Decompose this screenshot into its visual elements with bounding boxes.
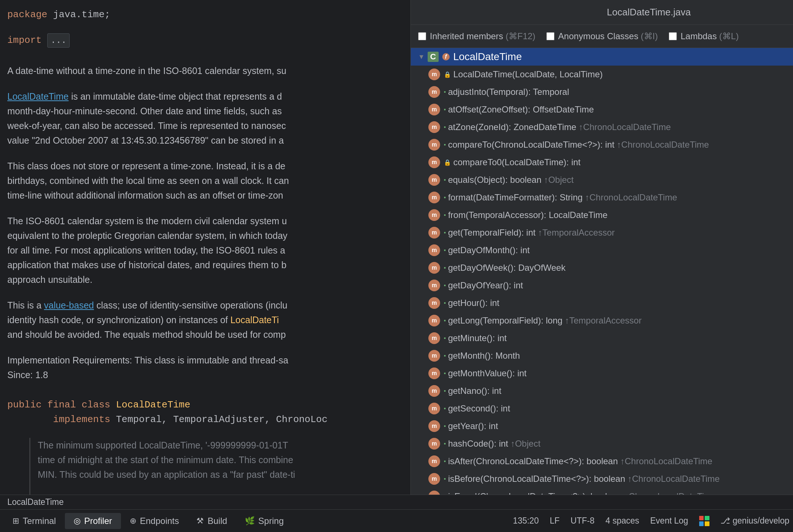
vis-icon-18: ▪ — [444, 388, 446, 394]
member-getMonthValue[interactable]: m ▪ getMonthValue(): int — [411, 365, 793, 382]
anonymous-label: Anonymous Classes (⌘I) — [558, 31, 658, 41]
anonymous-checkbox[interactable]: Anonymous Classes (⌘I) — [546, 31, 658, 41]
tab-profiler-label: Profiler — [84, 516, 112, 526]
member-compareTo0[interactable]: m 🔒 compareTo0(LocalDateTime): int — [411, 154, 793, 171]
import-collapsed[interactable]: ... — [47, 33, 70, 48]
method-icon-13: m — [428, 297, 440, 309]
member-name-11: getDayOfWeek(): DayOfWeek — [448, 263, 566, 273]
member-getSecond[interactable]: m ▪ getSecond(): int — [411, 400, 793, 417]
tab-profiler[interactable]: ◎ Profiler — [65, 513, 121, 529]
inherited-checkbox[interactable]: Inherited members (⌘F12) — [418, 31, 535, 41]
tab-build-label: Build — [207, 516, 227, 526]
vis-icon-8: ▪ — [444, 212, 446, 218]
member-getDayOfMonth[interactable]: m ▪ getDayOfMonth(): int — [411, 241, 793, 259]
file-label-bar: LocalDateTime — [0, 495, 793, 509]
member-name-13: getHour(): int — [448, 298, 499, 308]
windows-icon — [699, 516, 709, 526]
structure-title: LocalDateTime.java — [607, 7, 691, 18]
spring-icon: 🌿 — [245, 516, 255, 526]
code-class-decl: public final class LocalDateTime — [7, 398, 410, 412]
method-icon-20: m — [428, 420, 440, 432]
member-name-5: compareTo0(LocalDateTime): int — [453, 157, 580, 167]
vis-icon-6: ▪ — [444, 177, 446, 183]
member-compareTo[interactable]: m ▪ compareTo(ChronoLocalDateTime<?>): i… — [411, 136, 793, 154]
tree-item-class-root[interactable]: ▼ C f LocalDateTime — [411, 48, 793, 66]
member-getDayOfYear[interactable]: m ▪ getDayOfYear(): int — [411, 277, 793, 294]
branch-label: ⎇ genius/develop — [720, 516, 789, 526]
member-name-4: compareTo(ChronoLocalDateTime<?>): int ↑… — [448, 140, 709, 150]
member-name-23: isBefore(ChronoLocalDateTime<?>): boolea… — [448, 474, 720, 484]
tab-terminal-label: Terminal — [23, 516, 56, 526]
member-name-16: getMonth(): Month — [448, 351, 520, 361]
member-getMinute[interactable]: m ▪ getMinute(): int — [411, 329, 793, 347]
member-hashCode[interactable]: m ▪ hashCode(): int ↑Object — [411, 435, 793, 452]
member-getMonth[interactable]: m ▪ getMonth(): Month — [411, 347, 793, 365]
member-name-12: getDayOfYear(): int — [448, 280, 523, 291]
member-isAfter[interactable]: m ▪ isAfter(ChronoLocalDateTime<?>): boo… — [411, 452, 793, 470]
inherited-label: Inherited members (⌘F12) — [430, 31, 535, 41]
profiler-icon: ◎ — [74, 516, 81, 526]
member-name-0: LocalDateTime(LocalDate, LocalTime) — [453, 69, 603, 80]
member-adjustInto[interactable]: m ▪ adjustInto(Temporal): Temporal — [411, 83, 793, 101]
member-equals[interactable]: m ▪ equals(Object): boolean ↑Object — [411, 171, 793, 189]
member-name-3: atZone(ZoneId): ZonedDateTime ↑ChronoLoc… — [448, 122, 671, 132]
vis-icon-16: ▪ — [444, 352, 446, 359]
code-panel: package java.time; import ... A date-tim… — [0, 0, 410, 495]
doc-block-1: A date-time without a time-zone in the I… — [7, 63, 410, 382]
anonymous-checkbox-input[interactable] — [546, 32, 554, 40]
vis-icon-13: ▪ — [444, 300, 446, 306]
lambdas-checkbox[interactable]: Lambdas (⌘L) — [669, 31, 739, 41]
method-icon-7: m — [428, 192, 440, 203]
member-constructor[interactable]: m 🔒 LocalDateTime(LocalDate, LocalTime) — [411, 66, 793, 83]
tab-terminal[interactable]: ⊞ Terminal — [4, 513, 65, 529]
terminal-icon: ⊞ — [12, 516, 19, 526]
event-log-label: Event Log — [650, 516, 688, 526]
vis-icon-3: ▪ — [444, 124, 446, 130]
tab-build[interactable]: ⚒ Build — [188, 513, 236, 529]
member-from[interactable]: m ▪ from(TemporalAccessor): LocalDateTim… — [411, 206, 793, 224]
bottom-tabs: ⊞ Terminal ◎ Profiler ⊕ Endpoints ⚒ Buil… — [0, 509, 793, 532]
encoding-label: UTF-8 — [571, 516, 594, 526]
member-getDayOfWeek[interactable]: m ▪ getDayOfWeek(): DayOfWeek — [411, 259, 793, 277]
editor-area: package java.time; import ... A date-tim… — [0, 0, 793, 495]
method-icon-18: m — [428, 385, 440, 397]
lambdas-label: Lambdas (⌘L) — [680, 31, 739, 41]
indent-label: 4 spaces — [605, 516, 639, 526]
member-getLong[interactable]: m ▪ getLong(TemporalField): long ↑Tempor… — [411, 312, 793, 329]
structure-list[interactable]: ▼ C f LocalDateTime m 🔒 LocalDateTi — [411, 48, 793, 495]
method-icon-23: m — [428, 473, 440, 485]
vis-icon-12: ▪ — [444, 282, 446, 289]
member-name-10: getDayOfMonth(): int — [448, 245, 530, 255]
member-name-17: getMonthValue(): int — [448, 368, 527, 378]
member-getYear[interactable]: m ▪ getYear(): int — [411, 417, 793, 435]
lambdas-checkbox-input[interactable] — [669, 32, 677, 40]
vis-icon-1: ▪ — [444, 89, 446, 95]
tab-endpoints[interactable]: ⊕ Endpoints — [121, 513, 188, 529]
member-name-20: getYear(): int — [448, 421, 498, 431]
member-isBefore[interactable]: m ▪ isBefore(ChronoLocalDateTime<?>): bo… — [411, 470, 793, 488]
member-format[interactable]: m ▪ format(DateTimeFormatter): String ↑C… — [411, 189, 793, 206]
member-atZone[interactable]: m ▪ atZone(ZoneId): ZonedDateTime ↑Chron… — [411, 118, 793, 136]
tab-spring[interactable]: 🌿 Spring — [236, 513, 292, 529]
class-icon: C — [428, 52, 439, 62]
member-name-24: isEqual(ChronoLocalDateTime<?>): boolean… — [448, 491, 716, 495]
method-icon-3: m — [428, 121, 440, 133]
member-isEqual[interactable]: m ▪ isEqual(ChronoLocalDateTime<?>): boo… — [411, 488, 793, 495]
vis-icon-4: ▪ — [444, 141, 446, 148]
method-icon-16: m — [428, 350, 440, 362]
member-name-21: hashCode(): int ↑Object — [448, 439, 541, 449]
inherited-checkbox-input[interactable] — [418, 32, 426, 40]
member-get[interactable]: m ▪ get(TemporalField): int ↑TemporalAcc… — [411, 224, 793, 241]
member-atOffset[interactable]: m ▪ atOffset(ZoneOffset): OffsetDateTime — [411, 101, 793, 118]
member-getHour[interactable]: m ▪ getHour(): int — [411, 294, 793, 312]
structure-content-wrap: ▼ C f LocalDateTime m 🔒 LocalDateTi — [411, 48, 793, 495]
lf-label: LF — [550, 516, 560, 526]
method-icon-17: m — [428, 367, 440, 379]
build-icon: ⚒ — [196, 516, 204, 526]
member-getNano[interactable]: m ▪ getNano(): int — [411, 382, 793, 400]
vis-icon-19: ▪ — [444, 405, 446, 412]
method-icon-12: m — [428, 280, 440, 291]
tab-spring-label: Spring — [258, 516, 284, 526]
method-icon-21: m — [428, 438, 440, 450]
lock-icon-5: 🔒 — [444, 159, 451, 166]
